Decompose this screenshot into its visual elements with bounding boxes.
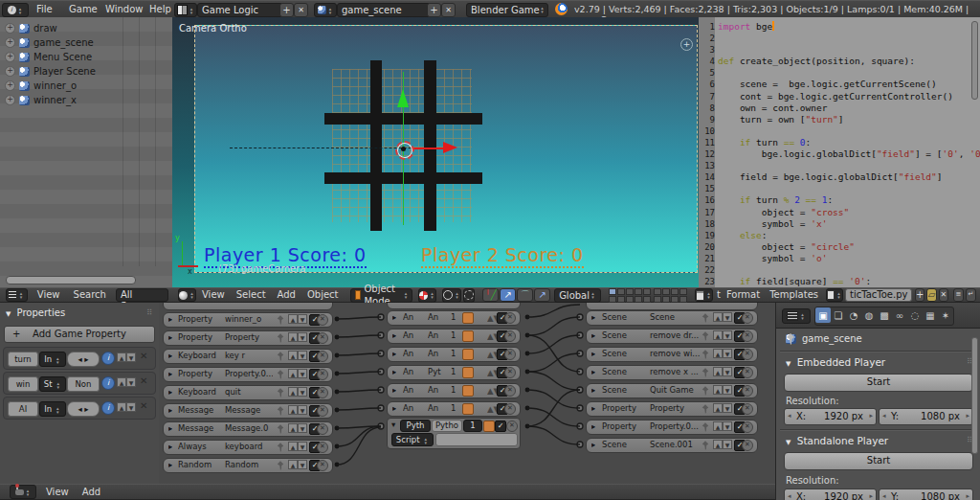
property-value-toggle[interactable]: ◂ ▸ — [67, 401, 100, 417]
editor-type-button-info[interactable]: i ▴▾ — [2, 3, 29, 17]
properties-tab-scene[interactable]: ◔ — [846, 307, 861, 323]
sensor-row[interactable]: ▸MessageMessage▲▼✓✕ — [163, 403, 333, 419]
sensor-name[interactable]: keyboard — [225, 441, 273, 453]
property-info-icon[interactable]: i — [101, 376, 115, 390]
code-line[interactable]: field = bge.logic.globalDict["field"] — [718, 171, 972, 183]
standalone-start-button[interactable]: Start — [784, 452, 973, 470]
controller-row-partial[interactable] — [387, 303, 521, 309]
mode-select[interactable]: Object Mode ▴▾ — [350, 288, 413, 303]
layer-cell[interactable] — [626, 288, 634, 295]
scene-selector-icon-button[interactable]: ▴▾ — [314, 3, 337, 17]
editor-type-button-outliner[interactable]: ▴▾ — [6, 288, 28, 302]
move-buttons[interactable]: ▲▼ — [288, 332, 307, 342]
controller-name[interactable]: An — [428, 330, 438, 342]
property-type-select[interactable]: St ▴▾ — [39, 376, 66, 392]
controller-type[interactable]: An — [403, 311, 413, 324]
controller-state[interactable]: 1 — [451, 348, 456, 360]
text-menu-clipped[interactable]: t — [717, 287, 721, 303]
actuator-type[interactable]: Scene — [602, 330, 646, 342]
layer-cell[interactable] — [617, 296, 625, 303]
layer-cell[interactable] — [662, 288, 670, 295]
embedded-start-button[interactable]: Start — [784, 374, 973, 392]
actuator-type[interactable]: Scene — [602, 348, 646, 360]
actuator-name[interactable]: remove wi... — [650, 348, 703, 360]
text-editor[interactable]: 1234567891011121314151617181920212223 im… — [699, 17, 980, 287]
sensor-row[interactable]: ▸RandomRandom▲▼✓✕ — [163, 458, 333, 473]
decrement-icon[interactable]: ◂ — [788, 489, 791, 500]
layer-cell[interactable] — [617, 288, 625, 295]
pin-icon[interactable] — [702, 404, 709, 414]
menu-file[interactable]: File — [36, 2, 53, 17]
pin-icon[interactable] — [702, 331, 709, 341]
layer-cell[interactable] — [643, 288, 651, 295]
expand-icon[interactable]: ▸ — [591, 366, 595, 378]
delete-icon[interactable]: ✕ — [317, 460, 328, 471]
translate-arrow-right-icon[interactable] — [443, 142, 457, 153]
controller-row[interactable]: ▸AnAn1▲▼✓✕ — [387, 383, 521, 398]
move-buttons[interactable]: ▲▼ — [288, 387, 307, 397]
property-name-field[interactable]: turn — [8, 352, 38, 367]
expand-icon[interactable]: ▸ — [591, 330, 595, 342]
increment-icon[interactable]: ▸ — [869, 409, 873, 423]
delete-icon[interactable]: ✕ — [317, 314, 328, 326]
actuator-type[interactable]: Scene — [602, 311, 646, 324]
open-text-button[interactable]: ▱ — [926, 288, 936, 302]
move-buttons[interactable]: ▲▼ — [713, 349, 732, 358]
code-line[interactable]: symbol = 'x' — [718, 218, 972, 230]
delete-icon[interactable]: ✕ — [317, 442, 328, 453]
sensor-type[interactable]: Always — [178, 441, 220, 453]
properties-tab-texture[interactable]: ▦ — [923, 307, 938, 323]
text-filename-field[interactable]: ticTacToe.py — [845, 288, 912, 302]
expand-icon[interactable]: ▸ — [168, 313, 172, 326]
expand-icon[interactable]: ▸ — [392, 330, 396, 342]
code-line[interactable]: if field[square] == '0': — [718, 276, 972, 287]
pivot-align-toggle[interactable] — [463, 288, 475, 303]
outliner-item[interactable]: +game_scene — [0, 35, 172, 50]
increment-icon[interactable]: ▸ — [966, 409, 969, 423]
sensor-name[interactable]: winner_o — [225, 313, 273, 326]
layer-cell[interactable] — [626, 296, 634, 303]
delete-property-icon[interactable]: ✕ — [140, 400, 147, 411]
manipulator-translate-icon[interactable]: ↗ — [500, 288, 516, 302]
property-move-buttons[interactable]: ▲▼ — [117, 352, 136, 362]
editor-type-button-3dview[interactable]: ▴▾ — [178, 288, 196, 302]
engine-select[interactable]: Blender Game ▴▾ — [466, 3, 548, 17]
sensor-name[interactable]: Random — [225, 459, 273, 471]
layers-grid-1[interactable] — [609, 288, 651, 303]
increment-icon[interactable]: ▸ — [966, 489, 969, 500]
code-line[interactable]: def create_object(position, square): — [718, 56, 972, 67]
property-name-field[interactable]: AI — [8, 401, 38, 417]
properties-scrollbar[interactable] — [971, 337, 978, 454]
actuator-row[interactable]: ▸SceneScene▲▼✓✕ — [586, 310, 758, 326]
sensor-type[interactable]: Message — [178, 422, 220, 435]
layer-cell[interactable] — [671, 296, 679, 303]
actuator-type[interactable]: Scene — [602, 439, 646, 451]
outliner-item[interactable]: +winner_o — [0, 79, 172, 93]
outliner-item[interactable]: +Player Scene — [0, 64, 172, 79]
code-line[interactable] — [718, 264, 972, 276]
add-game-property-button[interactable]: + Add Game Property — [4, 326, 155, 343]
layer-cell[interactable] — [643, 296, 651, 303]
delete-icon[interactable]: ✕ — [742, 330, 753, 342]
close-scene-button[interactable]: ✕ — [441, 3, 456, 17]
expand-icon[interactable]: ▸ — [591, 311, 595, 324]
property-type-select[interactable]: In ▴▾ — [39, 401, 66, 417]
layer-cell[interactable] — [654, 288, 661, 295]
pin-icon[interactable] — [277, 370, 284, 379]
move-buttons[interactable]: ▲▼ — [288, 351, 307, 360]
script-field[interactable] — [435, 433, 518, 446]
controller-row[interactable]: ▸AnAn1▲▼✓✕ — [387, 347, 521, 362]
expand-icon[interactable]: + — [5, 66, 15, 77]
logic-node-area[interactable]: ▸Propertywinner_o▲▼✓✕▸PropertyProperty▲▼… — [159, 303, 775, 484]
menu-window[interactable]: Window — [105, 2, 143, 17]
controller-type[interactable]: An — [403, 384, 413, 397]
layer-cell[interactable] — [679, 288, 687, 295]
delete-icon[interactable]: ✕ — [317, 351, 328, 362]
delete-icon[interactable]: ✕ — [742, 421, 753, 433]
move-buttons[interactable]: ▲▼ — [713, 403, 732, 413]
pin-icon[interactable] — [702, 441, 709, 450]
delete-icon[interactable]: ✕ — [742, 385, 753, 397]
sensor-name[interactable]: key r — [225, 350, 273, 362]
outliner-item[interactable]: +draw — [0, 21, 172, 35]
pin-icon[interactable] — [702, 368, 709, 377]
